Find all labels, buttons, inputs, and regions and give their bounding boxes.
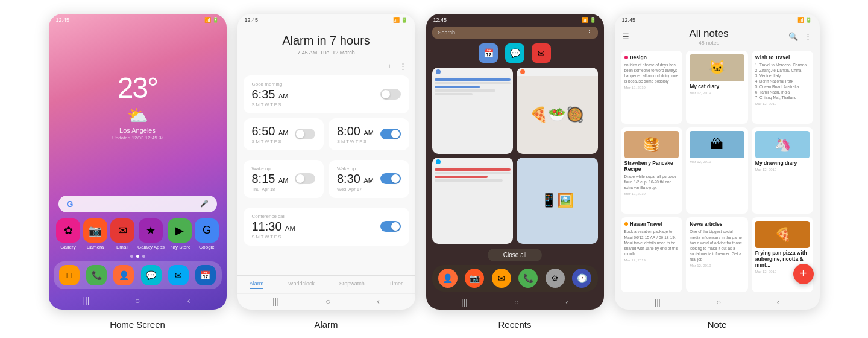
alarm-screen: 12:45 📶 🔋 Alarm in 7 hours 7:45 AM, Tue.… [237,14,415,310]
recents-nav-btn[interactable]: ||| [81,295,92,306]
alarm-toggle-1[interactable] [380,89,401,100]
email-icon: ✉ [110,218,134,243]
google-label: Google [199,244,215,250]
alarm-time-5: 8:30 AM [337,172,374,186]
note-card-news[interactable]: News articles One of the biggest social … [686,217,748,292]
recent-card-4[interactable]: 📱🖼️ [517,158,598,244]
app-google[interactable]: G Google [195,218,219,250]
rline-2 [435,172,511,174]
home-btn[interactable]: ○ [326,296,330,306]
recent-card-3-inner [432,158,514,244]
note-recents-btn[interactable]: ||| [655,298,661,307]
dock-messages[interactable]: □ [59,265,80,285]
back-btn[interactable]: ‹ [565,298,568,307]
alarm-icons: 📶 🔋 [393,17,408,23]
recent-card-2-img: 🍕🥗🥘 [517,76,598,154]
app-galaxy[interactable]: ★ Galaxy Apps [137,218,165,250]
recent-card-2-header [517,68,598,76]
note-back-btn[interactable]: ‹ [777,298,779,307]
recent-card-3-body [432,166,514,244]
note-card-mountain[interactable]: 🏔 Mar 12, 2019 [686,127,748,214]
recents-btn[interactable]: ||| [272,296,279,306]
alarm-toggle-5[interactable] [380,173,401,184]
recent-card-2[interactable]: 🍕🥗🥘 [517,68,598,154]
dock-calendar[interactable]: 📅 [195,265,216,285]
tab-stopwatch[interactable]: Stopwatch [339,281,365,289]
dock-settings[interactable]: ⚙ [546,269,565,288]
recents-grid: 🍕🥗🥘 [426,65,604,246]
alarm-label: Alarm [314,319,338,330]
app-email[interactable]: ✉ Email [110,218,134,250]
note-card-pancake[interactable]: 🥞 Strawberry Pancake Recipe Drape while … [621,127,683,214]
recent-card-3[interactable] [432,158,514,244]
note-card-mountain-img: 🏔 [690,131,744,158]
dock-chat[interactable]: 💬 [141,265,162,285]
home-search-bar[interactable]: G 🎤 [58,196,217,212]
app-camera[interactable]: 📷 Camera [83,218,107,250]
dock-camera[interactable]: 📷 [465,269,484,288]
note-card-travel[interactable]: Wish to Travel 1. Travel to Morocco, Can… [752,51,814,124]
note-card-design-text: an idea of phrase of days has been someo… [624,62,679,84]
recents-btn[interactable]: ||| [461,298,467,307]
note-card-hawaii[interactable]: Hawaii Travel Book a vacation package to… [621,217,683,292]
dock-msg[interactable]: ✉ [492,269,511,288]
alarm-toggle-4[interactable] [295,173,315,184]
recent-card-1[interactable] [432,68,514,154]
recents-screen: 12:45 📶 🔋 Search ⋮ 📅 💬 ✉ [426,14,604,310]
alarm-time-1: 6:35 AM [252,88,289,101]
close-all-btn[interactable]: Close all [488,249,542,261]
home-btn[interactable]: ○ [514,298,519,307]
dock-contacts[interactable]: 👤 [113,265,134,285]
note-card-cat[interactable]: 🐱 My cat diary Mar 12, 2019 [686,51,748,124]
alarm-toggle-6[interactable] [380,221,401,232]
alarm-subtitle: 7:45 AM, Tue. 12 March [244,49,409,56]
tab-alarm[interactable]: Alarm [250,281,264,289]
alarm-add-btn[interactable]: + [387,62,392,71]
alarm-toggle-2[interactable] [295,129,315,139]
back-nav-btn[interactable]: ‹ [183,295,194,306]
rline-4 [435,179,503,182]
home-weather: 23° ⛅ Los Angeles Updated 12/03 12:45 ① [49,17,227,196]
home-nav-btn[interactable]: ○ [132,295,143,306]
note-card-design[interactable]: Design an idea of phrase of days has bee… [621,51,683,124]
dock-phone[interactable]: 📞 [86,265,107,285]
note-card-pancake-title: Strawberry Pancake Recipe [624,160,679,172]
note-more-btn[interactable]: ⋮ [804,32,812,41]
home-temperature: 23° [118,71,158,104]
camera-icon: 📷 [83,218,107,243]
dock-phone[interactable]: 📞 [518,269,538,288]
note-home-btn[interactable]: ○ [716,298,721,307]
home-screen: 12:45 📶 🔋 23° ⛅ Los Angeles Updated 12/0… [49,14,227,310]
tab-timer[interactable]: Timer [389,281,403,289]
dock-clock[interactable]: 🕐 [572,269,591,288]
note-menu-icon[interactable]: ☰ [622,32,629,41]
recent-top-icon-1[interactable]: 📅 [479,43,498,63]
recent-top-icon-3[interactable]: ✉ [532,43,551,63]
app-gallery[interactable]: ✿ Gallery [56,218,80,250]
back-btn[interactable]: ‹ [377,296,380,306]
note-search-btn[interactable]: 🔍 [788,32,798,41]
alarm-list: Good morning 6:35 AM S M T W T F S 6:50 … [237,73,415,275]
alarm-menu-btn[interactable]: ⋮ [399,62,407,71]
alarm-time-block-2: 6:50 AM S M T W T F S [252,124,289,144]
alarm-days-3: S M T W T F S [337,139,374,144]
page-dots [49,255,227,258]
recents-search-bar[interactable]: Search ⋮ [432,27,598,39]
dock-contacts[interactable]: 👤 [438,269,458,288]
alarm-days-5: Wed, Apr 17 [337,187,374,192]
alarm-screen-item: 12:45 📶 🔋 Alarm in 7 hours 7:45 AM, Tue.… [237,14,415,330]
note-card-pancake-img: 🥞 [624,131,679,158]
tab-worldclock[interactable]: Worldclock [288,281,315,289]
recent-top-icon-2[interactable]: 💬 [505,43,524,63]
galaxy-label: Galaxy Apps [137,244,165,250]
app-playstore[interactable]: ▶ Play Store [168,218,192,250]
alarm-label-1: Good morning [252,81,289,87]
alarm-tabs: Alarm Worldclock Stopwatch Timer [237,275,415,293]
note-card-drawing[interactable]: 🦄 My drawing diary Mar 12, 2019 [752,127,814,214]
alarm-toggle-3[interactable] [380,129,401,139]
note-card-drawing-img: 🦄 [755,131,810,158]
dock-mail[interactable]: ✉ [168,265,189,285]
note-card-drawing-date: Mar 12, 2019 [755,168,810,171]
note-fab-btn[interactable]: + [793,264,814,284]
alarm-nav-bar: ||| ○ ‹ [237,293,415,310]
